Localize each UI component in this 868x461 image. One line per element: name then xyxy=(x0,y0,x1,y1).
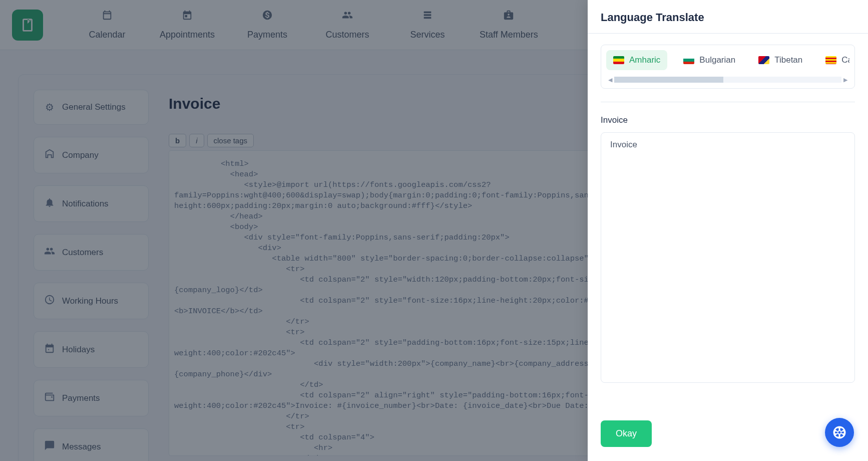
language-tab-label: Catalan xyxy=(841,55,849,65)
flag-catalonia-icon xyxy=(825,56,836,64)
language-translate-panel: Language Translate Amharic Bulgarian Tib… xyxy=(588,0,868,461)
scrollbar-thumb[interactable] xyxy=(614,77,723,83)
language-tab-catalan[interactable]: Catalan xyxy=(818,50,849,70)
language-tab-label: Amharic xyxy=(629,55,660,65)
panel-header: Language Translate xyxy=(588,0,868,34)
translate-input[interactable]: Invoice xyxy=(601,132,855,383)
language-tabs[interactable]: Amharic Bulgarian Tibetan Catalan xyxy=(606,50,849,70)
scroll-right-icon[interactable]: ▶ xyxy=(841,77,849,83)
language-tab-label: Tibetan xyxy=(774,55,802,65)
language-tab-label: Bulgarian xyxy=(699,55,735,65)
flag-bulgaria-icon xyxy=(683,56,694,64)
help-fab[interactable] xyxy=(825,418,854,447)
okay-button[interactable]: Okay xyxy=(601,420,652,447)
translate-field-label: Invoice xyxy=(601,115,855,125)
language-tab-amharic[interactable]: Amharic xyxy=(606,50,667,70)
flag-tibet-icon xyxy=(758,56,769,64)
flag-ethiopia-icon xyxy=(613,56,624,64)
scroll-left-icon[interactable]: ◀ xyxy=(606,77,614,83)
divider xyxy=(601,102,855,102)
language-tab-tibetan[interactable]: Tibetan xyxy=(751,50,809,70)
language-tabs-scrollbar[interactable]: ◀ ▶ xyxy=(606,76,849,83)
scrollbar-track[interactable] xyxy=(614,77,841,83)
language-tabs-container: Amharic Bulgarian Tibetan Catalan xyxy=(601,45,855,89)
language-tab-bulgarian[interactable]: Bulgarian xyxy=(676,50,742,70)
panel-title: Language Translate xyxy=(601,11,855,24)
lifebuoy-icon xyxy=(832,425,847,440)
